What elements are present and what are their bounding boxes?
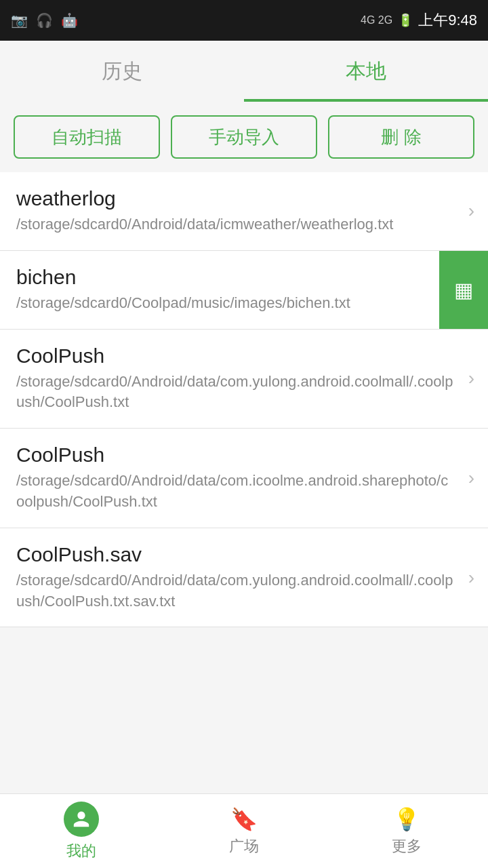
chevron-right-icon: › (468, 200, 474, 222)
camera-icon: 📷 (11, 12, 28, 28)
battery-icon: 🔋 (398, 13, 413, 28)
action-buttons: 自动扫描 手动导入 删 除 (0, 102, 488, 172)
nav-item-more[interactable]: 💡 更多 (325, 794, 488, 868)
list-item-coolpush1[interactable]: CoolPush /storage/sdcard0/Android/data/c… (0, 330, 488, 429)
chart-icon: ▦ (454, 278, 473, 302)
list-item-content: bichen /storage/sdcard0/Coolpad/music/im… (16, 266, 434, 314)
nav-label-mine: 我的 (66, 841, 96, 861)
nav-item-mine[interactable]: 我的 (0, 794, 163, 868)
person-icon (64, 802, 99, 837)
chevron-right-icon: › (468, 368, 474, 389)
bookmark-icon: 🔖 (230, 806, 258, 832)
item-path: /storage/sdcard0/Android/data/com.icoolm… (16, 471, 455, 513)
nav-label-plaza: 广场 (229, 836, 259, 856)
item-title: bichen (16, 266, 420, 289)
manual-import-button[interactable]: 手动导入 (171, 115, 317, 159)
lightbulb-icon: 💡 (393, 806, 420, 832)
status-bar: 📷 🎧 🤖 4G 2G 🔋 上午9:48 (0, 0, 488, 41)
status-time: 上午9:48 (418, 10, 477, 31)
tab-local[interactable]: 本地 (244, 41, 488, 102)
list-item-bichen[interactable]: bichen /storage/sdcard0/Coolpad/music/im… (0, 251, 488, 330)
nav-label-more: 更多 (392, 836, 422, 856)
status-right-icons: 4G 2G 🔋 上午9:48 (361, 10, 477, 31)
item-path: /storage/sdcard0/Android/data/icmweather… (16, 214, 455, 235)
list-item-coolpushsav[interactable]: CoolPush.sav /storage/sdcard0/Android/da… (0, 528, 488, 628)
item-title: weatherlog (16, 187, 455, 210)
item-title: CoolPush.sav (16, 543, 455, 566)
tab-history[interactable]: 历史 (0, 41, 244, 102)
item-title: CoolPush (16, 443, 455, 467)
delete-button[interactable]: 删 除 (328, 115, 474, 159)
list-item-weatherlog[interactable]: weatherlog /storage/sdcard0/Android/data… (0, 172, 488, 251)
chevron-right-icon: › (468, 467, 474, 489)
list-item-content: CoolPush.sav /storage/sdcard0/Android/da… (16, 543, 468, 612)
bottom-nav: 我的 🔖 广场 💡 更多 (0, 793, 488, 868)
item-path: /storage/sdcard0/Coolpad/music/images/bi… (16, 293, 420, 314)
list-item-content: CoolPush /storage/sdcard0/Android/data/c… (16, 344, 468, 414)
list-item-coolpush2[interactable]: CoolPush /storage/sdcard0/Android/data/c… (0, 429, 488, 528)
item-path: /storage/sdcard0/Android/data/com.yulong… (16, 372, 455, 414)
item-title: CoolPush (16, 344, 455, 368)
auto-scan-button[interactable]: 自动扫描 (14, 115, 160, 159)
headphone-icon: 🎧 (36, 12, 53, 28)
tab-bar: 历史 本地 (0, 41, 488, 102)
file-list: weatherlog /storage/sdcard0/Android/data… (0, 172, 488, 627)
green-badge: ▦ (439, 251, 488, 329)
item-path: /storage/sdcard0/Android/data/com.yulong… (16, 570, 455, 612)
list-item-content: weatherlog /storage/sdcard0/Android/data… (16, 187, 468, 235)
signal-icon: 4G 2G (361, 14, 392, 26)
chevron-right-icon: › (468, 567, 474, 589)
status-left-icons: 📷 🎧 🤖 (11, 12, 78, 28)
android-icon: 🤖 (61, 12, 78, 28)
list-item-content: CoolPush /storage/sdcard0/Android/data/c… (16, 443, 468, 513)
nav-item-plaza[interactable]: 🔖 广场 (163, 794, 325, 868)
